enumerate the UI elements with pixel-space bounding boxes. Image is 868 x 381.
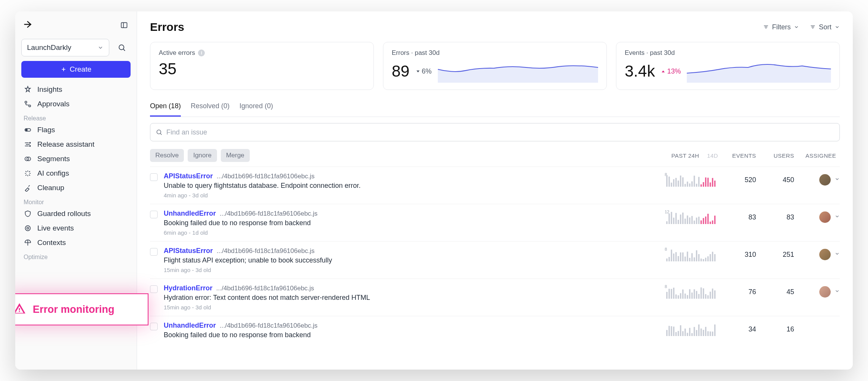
avatar[interactable]	[819, 249, 831, 260]
chevron-down-icon[interactable]	[834, 214, 840, 221]
svg-rect-107	[689, 289, 691, 299]
issue-search[interactable]	[150, 123, 840, 141]
sidebar-item-insights[interactable]: Insights	[21, 82, 131, 97]
row-checkbox[interactable]	[150, 173, 158, 181]
svg-rect-108	[691, 293, 693, 299]
row-checkbox[interactable]	[150, 323, 158, 330]
svg-rect-98	[669, 289, 670, 299]
error-name[interactable]: APIStatusError	[164, 172, 213, 180]
svg-rect-109	[694, 289, 695, 299]
svg-rect-63	[694, 221, 695, 224]
svg-rect-100	[673, 288, 675, 299]
tab-ignored[interactable]: Ignored (0)	[239, 100, 273, 117]
nav-label: Insights	[37, 85, 62, 94]
error-row[interactable]: UnhandledError.../4bd1b696-fd18c1fa96106…	[150, 316, 840, 344]
svg-rect-120	[669, 326, 670, 336]
panel-toggle-icon[interactable]	[119, 20, 129, 30]
svg-rect-111	[698, 294, 700, 299]
sidebar-item-contexts[interactable]: Contexts	[21, 235, 131, 250]
row-main: UnhandledError.../4bd1b696-fd18c1fa96106…	[164, 210, 659, 236]
sidebar-top	[21, 19, 131, 34]
svg-rect-28	[666, 175, 668, 187]
sidebar-item-segments[interactable]: Segments	[21, 152, 131, 166]
error-row[interactable]: APIStatusError.../4bd1b696-fd18c1fa96106…	[150, 241, 840, 279]
guarded-rollouts-icon	[24, 210, 32, 218]
svg-rect-89	[700, 259, 702, 261]
row-right: 87645	[665, 284, 840, 299]
svg-rect-101	[675, 295, 677, 299]
error-row[interactable]: UnhandledError.../4bd1b696-fd18c1fa96106…	[150, 204, 840, 241]
merge-button[interactable]: Merge	[221, 149, 250, 162]
create-button[interactable]: Create	[21, 61, 131, 78]
error-name[interactable]: APIStatusError	[164, 247, 213, 255]
svg-rect-112	[700, 287, 702, 299]
row-checkbox[interactable]	[150, 285, 158, 293]
sidebar-item-release-assistant[interactable]: Release assistant	[21, 137, 131, 152]
sidebar-item-ai-configs[interactable]: AI configs	[21, 166, 131, 181]
chevron-down-icon	[794, 24, 799, 30]
svg-rect-106	[687, 295, 688, 299]
avatar[interactable]	[819, 174, 831, 186]
error-name[interactable]: HydrationError	[164, 284, 212, 292]
users-count: 83	[764, 213, 794, 221]
avatar[interactable]	[819, 286, 831, 298]
svg-rect-93	[710, 254, 711, 261]
error-name[interactable]: UnhandledError	[164, 210, 216, 218]
chevron-down-icon[interactable]	[834, 288, 840, 295]
org-select[interactable]: LaunchDarkly	[21, 39, 109, 56]
row-checkbox[interactable]	[150, 248, 158, 256]
svg-rect-64	[696, 218, 697, 224]
sidebar-item-guarded-rollouts[interactable]: Guarded rollouts	[21, 207, 131, 221]
error-description: Booking failed due to no response from b…	[164, 219, 659, 227]
error-name[interactable]: UnhandledError	[164, 322, 216, 330]
filters-button[interactable]: Filters	[763, 23, 799, 31]
tab-resolved[interactable]: Resolved (0)	[191, 100, 230, 117]
error-row[interactable]: HydrationError.../4bd1b696-fd18c1fa96106…	[150, 279, 840, 316]
svg-rect-55	[675, 213, 677, 224]
resolve-button[interactable]: Resolve	[150, 149, 184, 162]
svg-rect-67	[703, 218, 704, 224]
sidebar-item-live-events[interactable]: Live events	[21, 221, 131, 235]
tab-open[interactable]: Open (18)	[150, 100, 181, 117]
sidebar-item-flags[interactable]: Flags	[21, 123, 131, 137]
info-icon[interactable]: i	[198, 50, 205, 56]
avatar[interactable]	[819, 211, 831, 223]
error-row[interactable]: APIStatusError.../4bd1b696-fd18c1fa96106…	[150, 166, 840, 204]
svg-rect-139	[712, 331, 713, 336]
svg-rect-121	[671, 326, 672, 336]
card-label: Events · past 30d	[625, 49, 831, 57]
issue-search-input[interactable]	[166, 128, 834, 136]
sparkline	[438, 60, 598, 83]
chevron-down-icon[interactable]	[834, 176, 840, 183]
svg-rect-60	[687, 216, 688, 224]
svg-rect-90	[703, 259, 704, 261]
events-count: 83	[726, 213, 756, 221]
chevron-down-icon[interactable]	[834, 251, 840, 258]
svg-rect-129	[689, 328, 691, 336]
segments-icon	[24, 155, 32, 163]
search-button[interactable]	[113, 39, 131, 56]
svg-rect-56	[678, 220, 679, 224]
ignore-button[interactable]: Ignore	[188, 149, 217, 162]
nav-label: Flags	[37, 126, 55, 134]
svg-rect-84	[689, 258, 691, 261]
filter-icon	[763, 24, 769, 30]
svg-rect-47	[710, 182, 711, 187]
svg-rect-76	[671, 250, 672, 261]
sort-button[interactable]: Sort	[810, 23, 840, 31]
svg-rect-130	[691, 333, 693, 336]
svg-rect-81	[682, 253, 684, 261]
col-assignee: ASSIGNEE	[802, 152, 840, 159]
svg-rect-57	[680, 215, 681, 224]
svg-rect-80	[680, 252, 681, 261]
sidebar-item-cleanup[interactable]: Cleanup	[21, 181, 131, 195]
svg-rect-42	[698, 177, 700, 187]
row-checkbox[interactable]	[150, 211, 158, 218]
error-description: Hydration error: Text content does not m…	[164, 294, 659, 302]
svg-rect-79	[678, 256, 679, 261]
svg-rect-33	[678, 181, 679, 187]
svg-rect-87	[696, 250, 697, 261]
sidebar-item-approvals[interactable]: Approvals	[21, 97, 131, 111]
row-right: 3416	[665, 322, 840, 337]
svg-line-26	[160, 133, 162, 135]
